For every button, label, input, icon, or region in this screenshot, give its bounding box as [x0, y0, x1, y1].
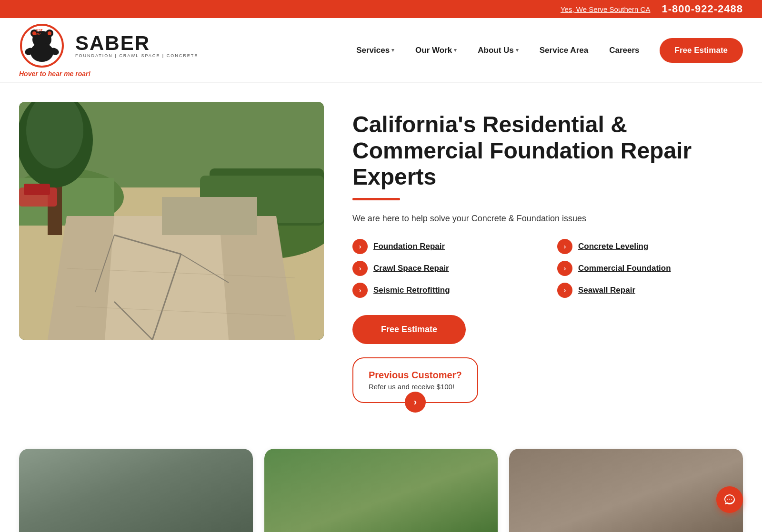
services-grid: › Foundation Repair › Concrete Leveling …: [352, 239, 743, 298]
chevron-down-icon: ▾: [391, 47, 394, 53]
card-image-2: [264, 449, 498, 532]
chevron-right-icon: ›: [557, 239, 572, 254]
nav-our-work[interactable]: Our Work ▾: [407, 42, 465, 59]
hero-svg: [19, 102, 324, 340]
hero-image: [19, 102, 324, 340]
hero-description: We are here to help solve your Concrete …: [352, 214, 743, 224]
nav-services[interactable]: Services ▾: [348, 42, 403, 59]
nav-about-us[interactable]: About Us ▾: [469, 42, 527, 59]
card-1[interactable]: [19, 449, 253, 532]
card-image-3: [509, 449, 743, 532]
chevron-right-icon: ›: [557, 283, 572, 298]
logo-subtitle: FOUNDATION | CRAWL SPACE | CONCRETE: [75, 53, 198, 58]
chevron-right-icon: ›: [352, 283, 368, 298]
phone-number[interactable]: 1-800-922-2488: [662, 3, 743, 15]
hero-section: California's Residential & Commercial Fo…: [0, 83, 762, 439]
chevron-down-icon: ▾: [516, 47, 519, 53]
serve-southern-ca-link[interactable]: Yes, We Serve Southern CA: [561, 5, 650, 13]
header-free-estimate-button[interactable]: Free Estimate: [660, 38, 743, 63]
card-image-1: [19, 449, 253, 532]
referral-title: Previous Customer?: [369, 370, 462, 381]
svg-text:1997: 1997: [33, 32, 41, 36]
referral-box[interactable]: Previous Customer? Refer us and receive …: [352, 357, 478, 403]
chevron-right-icon: ›: [352, 261, 368, 276]
service-label: Foundation Repair: [373, 242, 445, 251]
nav-service-area[interactable]: Service Area: [531, 42, 597, 59]
svg-point-4: [30, 43, 53, 62]
service-concrete-leveling[interactable]: › Concrete Leveling: [557, 239, 743, 254]
logo-tagline: Hover to hear me roar!: [19, 70, 90, 78]
service-seawall-repair[interactable]: › Seawall Repair: [557, 283, 743, 298]
logo-name: SABER: [75, 33, 198, 53]
service-foundation-repair[interactable]: › Foundation Repair: [352, 239, 538, 254]
card-2[interactable]: [264, 449, 498, 532]
logo-area: EST 1997 SABER FOUNDATION | CRAWL SPACE …: [19, 23, 198, 78]
nav-careers[interactable]: Careers: [601, 42, 648, 59]
cards-section: [0, 439, 762, 532]
referral-sub: Refer us and receive $100!: [369, 383, 462, 391]
service-seismic-retrofitting[interactable]: › Seismic Retrofitting: [352, 283, 538, 298]
chevron-right-icon: ›: [557, 261, 572, 276]
hero-content: California's Residential & Commercial Fo…: [352, 102, 743, 411]
service-label: Crawl Space Repair: [373, 264, 449, 273]
service-crawl-space[interactable]: › Crawl Space Repair: [352, 261, 538, 276]
header: EST 1997 SABER FOUNDATION | CRAWL SPACE …: [0, 18, 762, 83]
hero-divider: [352, 198, 400, 200]
service-commercial-foundation[interactable]: › Commercial Foundation: [557, 261, 743, 276]
top-bar: Yes, We Serve Southern CA 1-800-922-2488: [0, 0, 762, 18]
hero-title: California's Residential & Commercial Fo…: [352, 111, 743, 190]
logo[interactable]: EST 1997 SABER FOUNDATION | CRAWL SPACE …: [19, 23, 198, 68]
svg-text:EST: EST: [36, 29, 43, 32]
chevron-right-icon: ›: [352, 239, 368, 254]
main-nav: Services ▾ Our Work ▾ About Us ▾ Service…: [348, 38, 743, 63]
card-3[interactable]: [509, 449, 743, 532]
chevron-down-icon: ▾: [454, 47, 457, 53]
service-label: Seismic Retrofitting: [373, 286, 450, 295]
service-label: Commercial Foundation: [578, 264, 671, 273]
chat-bubble-button[interactable]: [716, 486, 743, 513]
logo-icon: EST 1997: [19, 23, 71, 68]
chat-icon: [723, 493, 736, 506]
svg-point-8: [48, 31, 51, 35]
referral-arrow-button[interactable]: ›: [405, 392, 426, 413]
service-label: Seawall Repair: [578, 286, 635, 295]
logo-text: SABER FOUNDATION | CRAWL SPACE | CONCRET…: [75, 33, 198, 58]
svg-rect-31: [24, 184, 50, 195]
svg-rect-32: [162, 197, 257, 235]
service-label: Concrete Leveling: [578, 242, 648, 251]
hero-free-estimate-button[interactable]: Free Estimate: [352, 315, 466, 344]
